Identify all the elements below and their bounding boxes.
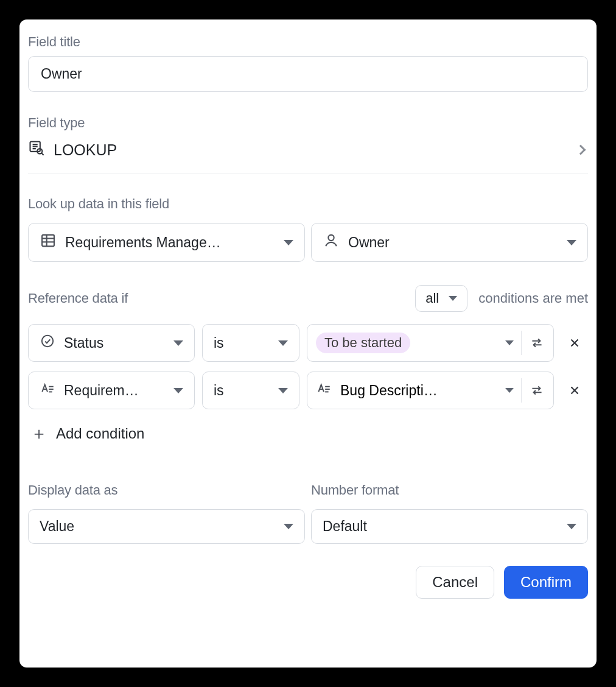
number-format-label: Number format: [311, 482, 588, 498]
reference-mode-value: all: [425, 291, 439, 306]
display-data-label: Display data as: [28, 482, 305, 498]
add-condition-button[interactable]: ＋ Add condition: [28, 419, 147, 448]
field-type-value: LOOKUP: [54, 141, 117, 159]
lookup-field-value: Owner: [348, 234, 558, 251]
caret-down-icon: [449, 296, 457, 301]
condition-row: Status is To be started: [28, 324, 588, 362]
reference-mode-select[interactable]: all: [415, 285, 467, 312]
condition-value-select[interactable]: Bug Descripti…: [307, 372, 554, 409]
remove-condition-button[interactable]: [561, 324, 588, 362]
status-icon: [40, 333, 55, 353]
caret-down-icon: [505, 388, 514, 393]
cancel-button[interactable]: Cancel: [416, 566, 494, 599]
status-pill: To be started: [316, 333, 410, 353]
svg-point-10: [328, 235, 334, 241]
condition-value-select[interactable]: To be started: [307, 324, 554, 362]
swap-icon[interactable]: [529, 335, 545, 351]
svg-point-11: [42, 336, 53, 347]
swap-icon[interactable]: [529, 382, 545, 398]
divider: [28, 174, 588, 174]
condition-field-select[interactable]: Requirem…: [28, 372, 195, 409]
svg-rect-6: [42, 235, 54, 247]
chevron-right-icon: [576, 145, 586, 155]
caret-down-icon: [567, 524, 576, 529]
caret-down-icon: [173, 388, 183, 393]
table-icon: [40, 232, 57, 253]
condition-field-select[interactable]: Status: [28, 324, 195, 362]
lookup-table-value: Requirements Manage…: [65, 234, 275, 251]
field-title-label: Field title: [28, 34, 588, 50]
person-icon: [323, 232, 340, 253]
svg-line-5: [41, 153, 43, 155]
condition-field-value: Status: [64, 335, 165, 351]
text-icon: [316, 381, 332, 400]
caret-down-icon: [278, 340, 288, 346]
caret-down-icon: [284, 524, 293, 529]
add-condition-label: Add condition: [56, 425, 144, 442]
caret-down-icon: [567, 240, 576, 245]
remove-condition-button[interactable]: [561, 372, 588, 409]
lookup-table-select[interactable]: Requirements Manage…: [28, 223, 305, 262]
condition-operator-value: is: [214, 335, 270, 351]
confirm-button[interactable]: Confirm: [504, 566, 588, 599]
lookup-field-select[interactable]: Owner: [311, 223, 588, 262]
condition-row: Requirem… is Bug Descripti…: [28, 372, 588, 409]
reference-suffix-label: conditions are met: [478, 291, 588, 306]
field-type-selector[interactable]: LOOKUP: [28, 137, 588, 174]
lookup-section-label: Look up data in this field: [28, 196, 588, 212]
condition-field-value: Requirem…: [64, 382, 165, 399]
text-icon: [40, 381, 55, 400]
condition-operator-select[interactable]: is: [202, 324, 299, 362]
condition-operator-value: is: [214, 382, 270, 399]
lookup-icon: [28, 139, 45, 160]
condition-operator-select[interactable]: is: [202, 372, 299, 409]
caret-down-icon: [284, 240, 293, 245]
caret-down-icon: [173, 340, 183, 346]
field-type-label: Field type: [28, 115, 588, 131]
condition-value-text: Bug Descripti…: [340, 382, 438, 399]
caret-down-icon: [278, 388, 288, 393]
reference-prefix-label: Reference data if: [28, 291, 128, 306]
caret-down-icon: [505, 340, 514, 345]
display-data-value: Value: [40, 518, 275, 535]
field-config-panel: Field title Field type LOOKUP Look up da…: [19, 19, 597, 668]
display-data-select[interactable]: Value: [28, 509, 305, 544]
field-title-input[interactable]: [28, 56, 588, 92]
plus-icon: ＋: [30, 425, 47, 442]
number-format-select[interactable]: Default: [311, 509, 588, 544]
number-format-value: Default: [323, 518, 558, 535]
